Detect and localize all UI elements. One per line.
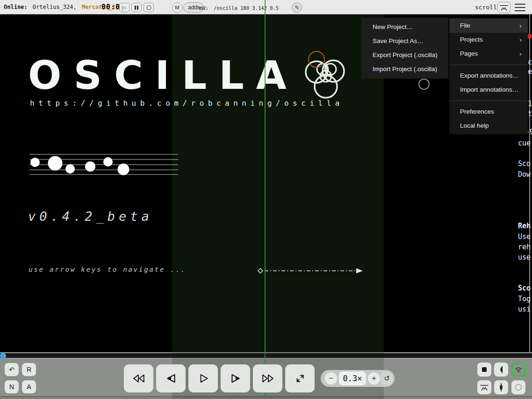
pencil-icon: ✎ bbox=[295, 5, 299, 11]
edge-fragment: Sco bbox=[518, 284, 531, 292]
midi-toggle-button[interactable]: M bbox=[172, 2, 182, 13]
menu-divider bbox=[449, 101, 528, 101]
top-toolbar: Online: Ortelius_324, Mercator_16 00:00 … bbox=[0, 0, 532, 15]
hamburger-icon bbox=[515, 4, 525, 5]
chevron-right-icon: › bbox=[519, 47, 522, 61]
stop-icon bbox=[147, 6, 151, 10]
fermata-toggle-button[interactable] bbox=[477, 380, 491, 394]
pause-icon bbox=[135, 6, 139, 10]
orange-circle bbox=[309, 51, 324, 67]
diamond-arrow bbox=[254, 267, 366, 275]
play-transport-button[interactable] bbox=[188, 364, 218, 392]
repo-url: https://github.com/robcanning/oscilla bbox=[30, 99, 344, 108]
version-label: v0.4.2_beta bbox=[28, 209, 153, 224]
loop-toggle-button[interactable] bbox=[511, 380, 525, 394]
annotations-button[interactable]: A bbox=[22, 380, 36, 393]
note-heads bbox=[30, 156, 129, 175]
edge-fragment: c bbox=[528, 58, 532, 66]
osc-message-readout: OSC: /oscilla 180 3.142 0.5 bbox=[199, 0, 279, 15]
oscilla-app: Online: Ortelius_324, Mercator_16 00:00 … bbox=[0, 0, 532, 399]
annotate-button[interactable]: ✎ bbox=[292, 2, 302, 13]
session-name: Ortelius_324, bbox=[33, 4, 77, 10]
app-logo: OSCILLA bbox=[28, 52, 299, 98]
stop-button[interactable] bbox=[144, 3, 154, 12]
menu-item-new-project[interactable]: New Project… bbox=[361, 20, 448, 34]
marker-icon bbox=[496, 382, 506, 392]
stop-playback-button[interactable] bbox=[477, 363, 491, 377]
expand-icon bbox=[294, 372, 306, 384]
osc-value: /oscilla 180 3.142 0.5 bbox=[214, 5, 279, 11]
edge-fragment: 1 bbox=[528, 100, 532, 108]
scroll-mode-button[interactable] bbox=[497, 2, 510, 13]
playhead-line bbox=[265, 0, 266, 399]
edge-fragment: Use bbox=[518, 232, 531, 241]
chevron-right-icon: › bbox=[519, 33, 522, 47]
undo-button[interactable]: ↶ bbox=[5, 363, 19, 376]
edge-fragment: use bbox=[518, 253, 531, 261]
menu-item-import-project[interactable]: Import Project (.oscilla) bbox=[361, 62, 448, 76]
edge-fragment: Reh bbox=[518, 222, 531, 230]
menu-item-projects[interactable]: Projects › bbox=[449, 33, 528, 47]
zoom-out-button[interactable]: − bbox=[325, 372, 337, 384]
stop-square-icon bbox=[482, 367, 487, 372]
fermata-icon bbox=[499, 4, 509, 12]
zoom-controls: − 0.3× + ↺ bbox=[321, 370, 395, 387]
undo-icon: ↶ bbox=[9, 366, 14, 373]
menu-button[interactable] bbox=[515, 4, 525, 11]
wifi-icon bbox=[514, 366, 523, 373]
menu-item-import-annotations[interactable]: Import annotations… bbox=[449, 83, 528, 97]
fullscreen-button[interactable] bbox=[285, 364, 315, 392]
osc-label: OSC: bbox=[199, 6, 208, 11]
fast-forward-button[interactable] bbox=[253, 364, 282, 392]
menu-divider bbox=[449, 65, 528, 65]
file-submenu: New Project… Save Project As… Export Pro… bbox=[361, 18, 448, 79]
edge-fragment: cue bbox=[518, 139, 531, 147]
menu-item-export-project[interactable]: Export Project (.oscilla) bbox=[361, 48, 448, 62]
rehearsal-button[interactable]: R bbox=[22, 363, 36, 376]
edge-fragment: Tog bbox=[518, 295, 531, 303]
fermata-icon bbox=[479, 384, 489, 392]
chevron-right-icon: › bbox=[519, 19, 522, 33]
zoom-reset-icon: ↺ bbox=[384, 374, 390, 383]
play-icon: ▷ bbox=[122, 5, 126, 10]
menu-item-pages[interactable]: Pages › bbox=[449, 47, 528, 61]
zoom-level-display: 0.3× bbox=[339, 371, 366, 385]
rewind-icon bbox=[132, 372, 145, 384]
edge-fragment: Dow bbox=[518, 170, 531, 179]
rewind-button[interactable] bbox=[124, 364, 153, 392]
step-back-button[interactable] bbox=[156, 364, 186, 392]
scroll-mode-label: scroll bbox=[475, 0, 497, 15]
cursor-marker-button[interactable] bbox=[494, 380, 508, 394]
play-triangle-icon bbox=[197, 372, 209, 384]
status-label: Online: bbox=[4, 4, 28, 10]
edge-fragment: Sco bbox=[518, 160, 531, 168]
dynamics-button[interactable] bbox=[494, 363, 508, 377]
step-forward-button[interactable] bbox=[221, 364, 250, 392]
edge-fragment: reh bbox=[518, 243, 531, 251]
edge-fragment: t bbox=[528, 109, 532, 118]
circle-marker bbox=[418, 79, 430, 90]
menu-item-save-project-as[interactable]: Save Project As… bbox=[361, 34, 448, 48]
step-forward-icon bbox=[230, 372, 242, 384]
menu-item-export-annotations[interactable]: Export annotations… bbox=[449, 69, 528, 83]
main-menu: File › Projects › Pages › Export annotat… bbox=[449, 18, 528, 134]
half-circle-icon bbox=[496, 364, 506, 375]
step-back-icon bbox=[165, 372, 177, 384]
network-toggle-button[interactable] bbox=[511, 363, 525, 377]
play-button[interactable]: ▷ bbox=[119, 3, 129, 12]
rings-logo bbox=[303, 46, 350, 100]
menu-item-file[interactable]: File › bbox=[449, 19, 528, 33]
edge-fragment: e bbox=[528, 67, 532, 76]
notation-staff bbox=[29, 152, 179, 177]
notes-button[interactable]: N bbox=[5, 380, 19, 393]
zoom-in-button[interactable]: + bbox=[368, 372, 380, 384]
menu-item-local-help[interactable]: Local help bbox=[449, 119, 528, 133]
timeline-scrollbar-handle[interactable] bbox=[0, 353, 6, 359]
zoom-reset-button[interactable]: ↺ bbox=[381, 371, 393, 385]
menu-item-preferences[interactable]: Preferences bbox=[449, 105, 528, 119]
fast-forward-icon bbox=[261, 372, 274, 384]
circle-outline-icon bbox=[513, 382, 524, 392]
navigation-hint: use arrow keys to navigate ... bbox=[29, 266, 186, 273]
edge-fragment: usi bbox=[518, 305, 531, 313]
pause-button[interactable] bbox=[131, 3, 142, 12]
